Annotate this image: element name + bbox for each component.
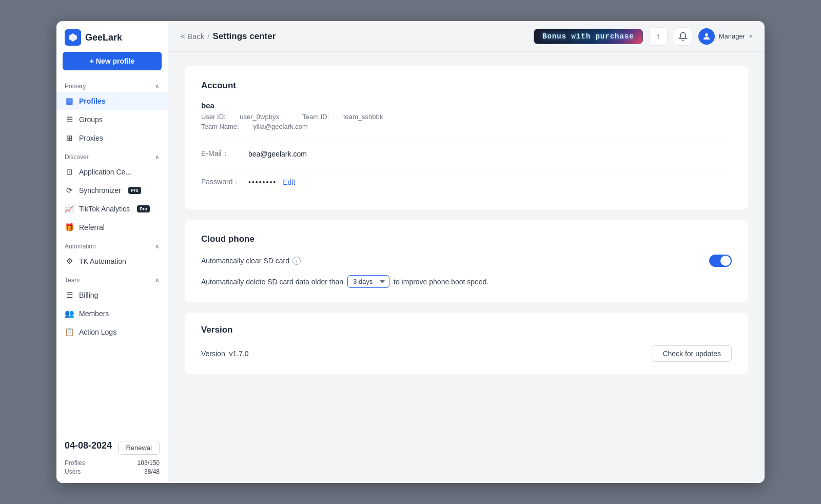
days-select[interactable]: 1 day 2 days 3 days 7 days 30 days bbox=[347, 275, 389, 288]
sidebar-item-proxies[interactable]: ⊞ Proxies bbox=[56, 129, 168, 147]
profiles-stat-value: 103/150 bbox=[138, 459, 160, 467]
version-label: Version bbox=[201, 350, 225, 358]
bonus-banner[interactable]: Bonus with purchase bbox=[534, 29, 643, 44]
synchronizer-icon: ⟳ bbox=[65, 186, 74, 195]
sidebar-item-tk-automation[interactable]: ⚙ TK Automation bbox=[56, 252, 168, 270]
team-name-value: yilia@geelark.com bbox=[253, 123, 307, 130]
sidebar-section-automation: Automation ∧ ⚙ TK Automation bbox=[56, 239, 168, 273]
renewal-button[interactable]: Renewal bbox=[118, 441, 160, 455]
profiles-stat-label: Profiles bbox=[65, 459, 85, 467]
team-name-row: Team Name: yilia@geelark.com bbox=[201, 123, 732, 130]
synchronizer-label: Synchronizer bbox=[79, 186, 121, 195]
auto-delete-label: Automatically delete SD card data older … bbox=[201, 278, 343, 286]
section-primary-label: Primary bbox=[65, 83, 86, 90]
users-stat-label: Users bbox=[65, 468, 81, 475]
bell-button[interactable] bbox=[674, 27, 692, 46]
members-label: Members bbox=[79, 309, 109, 318]
account-divider-2 bbox=[201, 168, 732, 168]
account-ids-row: User ID: user_0wpbyx Team ID: team_sshbb… bbox=[201, 113, 732, 121]
svg-point-0 bbox=[705, 33, 708, 36]
auto-delete-row: Automatically delete SD card data older … bbox=[201, 275, 732, 288]
sidebar: GeeLark + New profile Primary ∧ ▦ Profil… bbox=[56, 21, 168, 483]
sidebar-item-referral[interactable]: 🎁 Referral bbox=[56, 218, 168, 237]
sidebar-section-team: Team ∧ ☰ Billing 👥 Members 📋 Action Logs bbox=[56, 273, 168, 343]
breadcrumb-separator: / bbox=[207, 32, 209, 41]
billing-label: Billing bbox=[79, 291, 98, 299]
sidebar-section-team-header[interactable]: Team ∧ bbox=[56, 273, 168, 286]
sidebar-section-primary-header[interactable]: Primary ∧ bbox=[56, 79, 168, 92]
sidebar-item-action-logs[interactable]: 📋 Action Logs bbox=[56, 323, 168, 341]
sidebar-item-billing[interactable]: ☰ Billing bbox=[56, 286, 168, 304]
logo-icon bbox=[65, 29, 81, 46]
action-logs-icon: 📋 bbox=[65, 327, 74, 337]
upload-button[interactable]: ↑ bbox=[649, 27, 668, 46]
sidebar-section-discover: Discover ∧ ⊡ Application Ce... ⟳ Synchro… bbox=[56, 149, 168, 239]
application-center-label: Application Ce... bbox=[79, 168, 131, 176]
collapse-team-icon: ∧ bbox=[155, 277, 160, 284]
account-section-title: Account bbox=[201, 81, 732, 91]
sidebar-item-profiles[interactable]: ▦ Profiles bbox=[56, 92, 168, 110]
sidebar-item-members[interactable]: 👥 Members bbox=[56, 304, 168, 323]
section-automation-label: Automation bbox=[65, 243, 96, 250]
sidebar-item-tiktok-analytics[interactable]: 📈 TikTok Analytics Pro bbox=[56, 200, 168, 218]
email-value: bea@geelark.com bbox=[248, 150, 307, 158]
version-card: Version Version v1.7.0 Check for updates bbox=[185, 313, 748, 374]
tiktok-analytics-icon: 📈 bbox=[65, 204, 74, 214]
auto-clear-label: Automatically clear SD card bbox=[201, 257, 289, 265]
version-section-title: Version bbox=[201, 325, 732, 335]
improve-label: to improve phone boot speed. bbox=[394, 278, 488, 286]
sidebar-item-synchronizer[interactable]: ⟳ Synchronizer Pro bbox=[56, 181, 168, 200]
avatar bbox=[698, 28, 715, 45]
stat-row-profiles: Profiles 103/150 bbox=[65, 459, 160, 467]
proxies-icon: ⊞ bbox=[65, 133, 74, 143]
sidebar-item-groups[interactable]: ☰ Groups bbox=[56, 110, 168, 129]
breadcrumb: < Back / Settings center bbox=[181, 31, 527, 42]
referral-icon: 🎁 bbox=[65, 223, 74, 232]
edit-password-link[interactable]: Edit bbox=[283, 178, 295, 186]
renewal-row: 04-08-2024 Renewal bbox=[65, 440, 160, 455]
password-label: Password： bbox=[201, 178, 242, 187]
auto-clear-label-area: Automatically clear SD card i bbox=[201, 257, 301, 265]
sidebar-section-automation-header[interactable]: Automation ∧ bbox=[56, 239, 168, 252]
collapse-automation-icon: ∧ bbox=[155, 243, 160, 250]
check-updates-button[interactable]: Check for updates bbox=[652, 345, 732, 362]
page-title: Settings center bbox=[212, 31, 276, 42]
team-id-label: Team ID: bbox=[302, 113, 329, 121]
profiles-label: Profiles bbox=[79, 97, 105, 105]
renewal-date: 04-08-2024 bbox=[65, 440, 112, 451]
users-stat-value: 38/48 bbox=[144, 468, 160, 475]
account-card: Account bea User ID: user_0wpbyx Team ID… bbox=[185, 66, 748, 209]
billing-icon: ☰ bbox=[65, 290, 74, 300]
synchronizer-pro-badge: Pro bbox=[128, 187, 141, 194]
sidebar-renewal-area: 04-08-2024 Renewal Profiles 103/150 User… bbox=[56, 434, 168, 483]
new-profile-button[interactable]: + New profile bbox=[63, 52, 162, 70]
email-field-row: E-Mail： bea@geelark.com bbox=[201, 149, 732, 159]
auto-clear-row: Automatically clear SD card i bbox=[201, 255, 732, 267]
user-chevron-icon: ▾ bbox=[749, 33, 752, 40]
sidebar-item-application-center[interactable]: ⊡ Application Ce... bbox=[56, 163, 168, 181]
members-icon: 👥 bbox=[65, 309, 74, 318]
password-field-row: Password： •••••••• Edit bbox=[201, 178, 732, 187]
collapse-discover-icon: ∧ bbox=[155, 153, 160, 161]
version-text: Version v1.7.0 bbox=[201, 350, 249, 358]
user-id-value: user_0wpbyx bbox=[240, 113, 279, 121]
auto-clear-toggle[interactable] bbox=[709, 255, 732, 267]
profiles-icon: ▦ bbox=[65, 96, 74, 106]
team-name-label: Team Name: bbox=[201, 123, 239, 130]
action-logs-label: Action Logs bbox=[79, 328, 116, 336]
account-divider-1 bbox=[201, 140, 732, 140]
tiktok-analytics-pro-badge: Pro bbox=[137, 205, 150, 212]
team-id-value: team_sshbbk bbox=[343, 113, 383, 121]
cloud-phone-card: Cloud phone Automatically clear SD card … bbox=[185, 220, 748, 302]
application-center-icon: ⊡ bbox=[65, 167, 74, 177]
tk-automation-icon: ⚙ bbox=[65, 257, 74, 266]
sidebar-section-discover-header[interactable]: Discover ∧ bbox=[56, 149, 168, 163]
collapse-primary-icon: ∧ bbox=[155, 83, 160, 90]
sidebar-section-primary: Primary ∧ ▦ Profiles ☰ Groups ⊞ Proxies bbox=[56, 79, 168, 149]
tk-automation-label: TK Automation bbox=[79, 257, 126, 265]
auto-clear-info-icon[interactable]: i bbox=[292, 257, 301, 265]
user-badge[interactable]: Manager ▾ bbox=[698, 28, 752, 45]
groups-icon: ☰ bbox=[65, 115, 74, 124]
account-username: bea bbox=[201, 101, 732, 110]
back-link[interactable]: < Back bbox=[181, 32, 204, 41]
